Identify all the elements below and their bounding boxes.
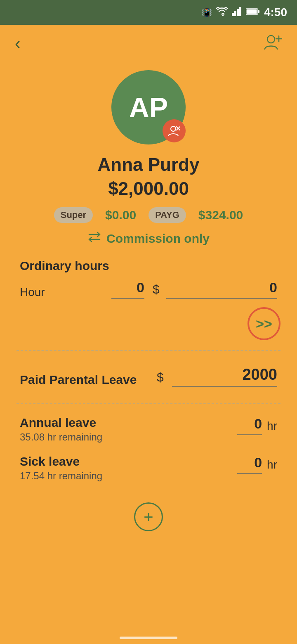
add-user-button[interactable] [264, 33, 282, 54]
sick-leave-unit: hr [267, 458, 277, 474]
paid-parental-leave-section: Paid Parental Leave $ 2000 [0, 351, 297, 387]
forward-button-container: >> [0, 299, 297, 340]
annual-leave-title: Annual leave [20, 416, 237, 430]
forward-icon: >> [256, 316, 272, 332]
payg-amount[interactable]: $324.00 [198, 208, 243, 222]
sick-leave-title: Sick leave [20, 455, 237, 469]
svg-rect-5 [258, 10, 259, 13]
hour-value[interactable]: 0 [111, 279, 144, 299]
payg-badge: PAYG [148, 207, 186, 223]
super-amount[interactable]: $0.00 [105, 208, 136, 222]
ordinary-hours-section: Ordinary hours Hour 0 $ 0 [0, 246, 297, 299]
annual-leave-remaining: 35.08 hr remaining [20, 431, 237, 443]
back-button[interactable]: ‹ [15, 35, 20, 52]
forward-button[interactable]: >> [248, 307, 280, 340]
super-payg-row: Super $0.00 PAYG $324.00 [54, 207, 243, 223]
svg-rect-2 [237, 9, 239, 16]
avatar-container: AP [111, 70, 186, 144]
svg-rect-1 [234, 11, 236, 16]
svg-point-7 [267, 36, 275, 43]
svg-point-10 [171, 126, 176, 131]
add-button[interactable]: + [134, 502, 163, 531]
hour-label: Hour [20, 286, 105, 299]
super-badge: Super [54, 207, 93, 223]
employee-salary: $2,000.00 [108, 178, 189, 199]
ppl-row: Paid Parental Leave $ 2000 [20, 366, 277, 387]
annual-leave-section: Annual leave 35.08 hr remaining 0 hr [0, 404, 297, 443]
ppl-amount[interactable]: 2000 [172, 366, 277, 387]
sick-leave-value[interactable]: 0 [237, 455, 262, 474]
svg-rect-3 [239, 7, 241, 16]
annual-leave-header: Annual leave 35.08 hr remaining 0 hr [20, 416, 277, 443]
status-time: 4:50 [264, 6, 287, 19]
ordinary-hours-title: Ordinary hours [20, 259, 277, 273]
annual-leave-info: Annual leave 35.08 hr remaining [20, 416, 237, 443]
sick-leave-header: Sick leave 17.54 hr remaining 0 hr [20, 455, 277, 482]
annual-leave-value[interactable]: 0 [237, 416, 262, 435]
svg-rect-0 [232, 13, 234, 16]
status-icons: 📳 4:50 [202, 6, 287, 19]
ordinary-hours-row: Hour 0 $ 0 [20, 279, 277, 299]
hour-dollar-value[interactable]: 0 [166, 279, 277, 299]
commission-row[interactable]: Commission only [87, 231, 210, 246]
hour-dollar-sign: $ [153, 282, 160, 299]
sick-leave-remaining: 17.54 hr remaining [20, 470, 237, 482]
annual-leave-input-group: 0 hr [237, 416, 277, 435]
add-button-container: + [0, 502, 297, 548]
annual-leave-unit: hr [267, 419, 277, 435]
commission-text[interactable]: Commission only [106, 232, 210, 246]
sick-leave-info: Sick leave 17.54 hr remaining [20, 455, 237, 482]
status-bar: 📳 4:50 [0, 0, 297, 25]
avatar-badge[interactable] [163, 119, 186, 142]
ppl-title: Paid Parental Leave [20, 373, 140, 387]
avatar-section: AP Anna Purdy $2,000.00 Super $0.00 PAYG… [0, 62, 297, 246]
employee-name: Anna Purdy [98, 154, 200, 175]
add-icon: + [144, 508, 153, 526]
wifi-icon [216, 7, 228, 18]
svg-rect-6 [246, 9, 257, 14]
ppl-dollar-sign: $ [157, 370, 164, 387]
signal-icon [232, 7, 242, 18]
battery-icon [246, 8, 260, 17]
vibrate-icon: 📳 [202, 7, 212, 17]
sick-leave-input-group: 0 hr [237, 455, 277, 474]
home-indicator [120, 637, 177, 639]
commission-icon [87, 231, 101, 246]
sick-leave-section: Sick leave 17.54 hr remaining 0 hr [0, 443, 297, 482]
top-navigation: ‹ [0, 25, 297, 62]
